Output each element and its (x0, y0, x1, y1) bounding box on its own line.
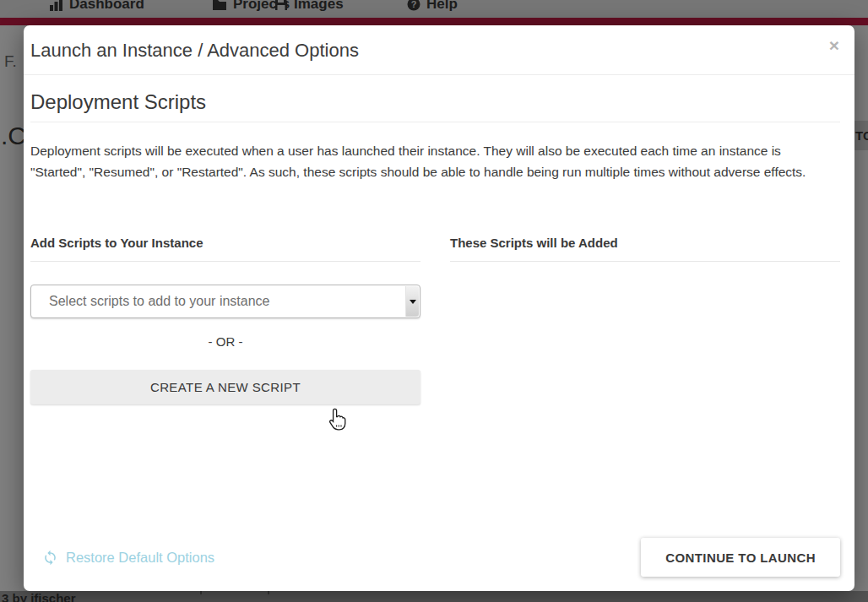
restore-default-options-link[interactable]: Restore Default Options (42, 550, 214, 566)
add-scripts-column: Add Scripts to Your Instance Select scri… (30, 236, 420, 404)
added-scripts-column: These Scripts will be Added (450, 236, 840, 404)
modal-title: Launch an Instance / Advanced Options (30, 40, 834, 62)
chevron-down-icon[interactable] (405, 286, 419, 317)
section-description: Deployment scripts will be executed when… (30, 140, 814, 182)
modal-header: Launch an Instance / Advanced Options × (24, 25, 854, 75)
restore-link-label: Restore Default Options (66, 550, 214, 566)
scripts-select-placeholder: Select scripts to add to your instance (31, 294, 269, 309)
modal-body: Deployment Scripts Deployment scripts wi… (24, 90, 854, 404)
script-columns: Add Scripts to Your Instance Select scri… (30, 236, 840, 404)
scripts-select[interactable]: Select scripts to add to your instance (30, 285, 420, 318)
create-script-button[interactable]: CREATE A NEW SCRIPT (30, 370, 420, 404)
add-scripts-heading: Add Scripts to Your Instance (30, 236, 420, 262)
continue-to-launch-button[interactable]: CONTINUE TO LAUNCH (641, 538, 840, 577)
modal-footer: Restore Default Options CONTINUE TO LAUN… (24, 538, 854, 591)
section-title: Deployment Scripts (30, 90, 840, 122)
close-icon[interactable]: × (829, 36, 839, 54)
refresh-icon (42, 550, 58, 566)
or-separator: - OR - (30, 334, 420, 349)
screen: Dashboard Projects Images ? Help (0, 0, 868, 602)
advanced-options-modal: Launch an Instance / Advanced Options × … (24, 25, 854, 591)
added-scripts-heading: These Scripts will be Added (450, 236, 840, 262)
